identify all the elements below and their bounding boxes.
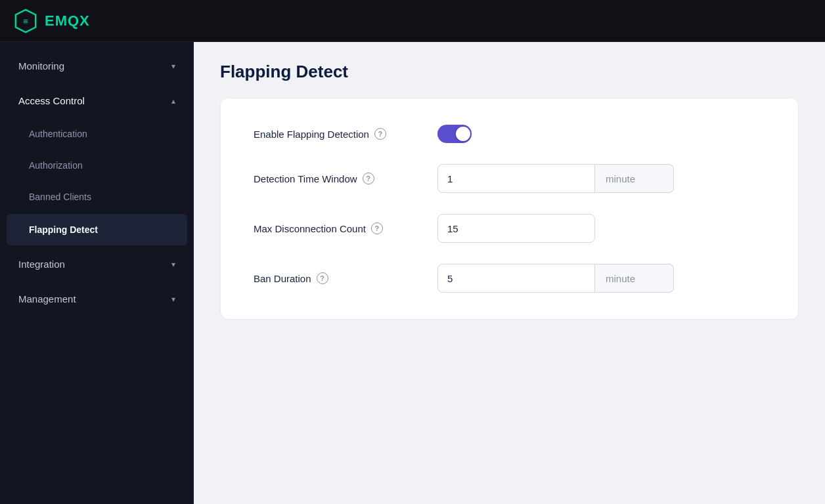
flapping-detect-card: Enable Flapping Detection ? Detection Ti… xyxy=(220,98,799,320)
sidebar-sub-item-authorization-label: Authorization xyxy=(29,160,83,171)
chevron-down-icon-management: ▾ xyxy=(171,295,175,304)
ban-duration-row: Ban Duration ? minute xyxy=(254,264,765,293)
detection-time-help-icon[interactable]: ? xyxy=(363,173,374,184)
detection-time-input[interactable] xyxy=(437,164,595,193)
ban-duration-unit: minute xyxy=(595,264,674,293)
detection-time-row: Detection Time Window ? minute xyxy=(254,164,765,193)
logo-text: EMQX xyxy=(45,12,90,30)
toggle-thumb xyxy=(456,127,470,141)
sidebar-item-integration[interactable]: Integration ▾ xyxy=(0,247,194,282)
chevron-down-icon: ▾ xyxy=(171,62,175,71)
enable-toggle-wrapper xyxy=(437,125,472,143)
sidebar-sub-item-flapping-detect[interactable]: Flapping Detect xyxy=(7,214,187,245)
sidebar: Monitoring ▾ Access Control ▴ Authentica… xyxy=(0,42,194,504)
svg-text:≡: ≡ xyxy=(23,16,28,26)
topbar: ≡ EMQX xyxy=(0,0,825,42)
sidebar-item-access-control-label: Access Control xyxy=(18,95,85,106)
sidebar-item-integration-label: Integration xyxy=(18,259,65,270)
max-disconnect-input[interactable] xyxy=(437,214,595,243)
sidebar-sub-item-flapping-detect-label: Flapping Detect xyxy=(29,224,98,235)
enable-flapping-toggle[interactable] xyxy=(437,125,472,143)
logo: ≡ EMQX xyxy=(13,9,90,33)
content-area: Flapping Detect Enable Flapping Detectio… xyxy=(194,42,825,504)
page-title: Flapping Detect xyxy=(220,62,799,82)
sidebar-sub-item-authentication[interactable]: Authentication xyxy=(0,118,194,150)
sidebar-item-management[interactable]: Management ▾ xyxy=(0,282,194,316)
ban-duration-input-group: minute xyxy=(437,264,674,293)
sidebar-item-monitoring-label: Monitoring xyxy=(18,60,64,72)
max-disconnect-help-icon[interactable]: ? xyxy=(371,222,383,234)
sidebar-sub-item-banned-clients[interactable]: Banned Clients xyxy=(0,181,194,213)
ban-duration-help-icon[interactable]: ? xyxy=(317,272,328,284)
sidebar-item-monitoring[interactable]: Monitoring ▾ xyxy=(0,49,194,83)
chevron-up-icon: ▴ xyxy=(171,96,175,106)
sidebar-sub-item-banned-clients-label: Banned Clients xyxy=(29,192,91,202)
detection-time-input-group: minute xyxy=(437,164,674,193)
max-disconnect-label: Max Disconnection Count ? xyxy=(254,222,437,234)
detection-time-label: Detection Time Window ? xyxy=(254,173,437,184)
main-layout: Monitoring ▾ Access Control ▴ Authentica… xyxy=(0,42,825,504)
enable-flapping-row: Enable Flapping Detection ? xyxy=(254,125,765,143)
chevron-down-icon-integration: ▾ xyxy=(171,260,175,269)
enable-flapping-label: Enable Flapping Detection ? xyxy=(254,128,437,140)
sidebar-sub-item-authorization[interactable]: Authorization xyxy=(0,150,194,181)
sidebar-sub-item-authentication-label: Authentication xyxy=(29,129,87,139)
enable-help-icon[interactable]: ? xyxy=(374,128,386,140)
detection-time-unit: minute xyxy=(595,164,674,193)
logo-icon: ≡ xyxy=(13,9,38,33)
max-disconnect-input-group xyxy=(437,214,595,243)
ban-duration-input[interactable] xyxy=(437,264,595,293)
sidebar-item-management-label: Management xyxy=(18,293,76,304)
ban-duration-label: Ban Duration ? xyxy=(254,272,437,284)
max-disconnect-row: Max Disconnection Count ? xyxy=(254,214,765,243)
sidebar-item-access-control[interactable]: Access Control ▴ xyxy=(0,83,194,118)
